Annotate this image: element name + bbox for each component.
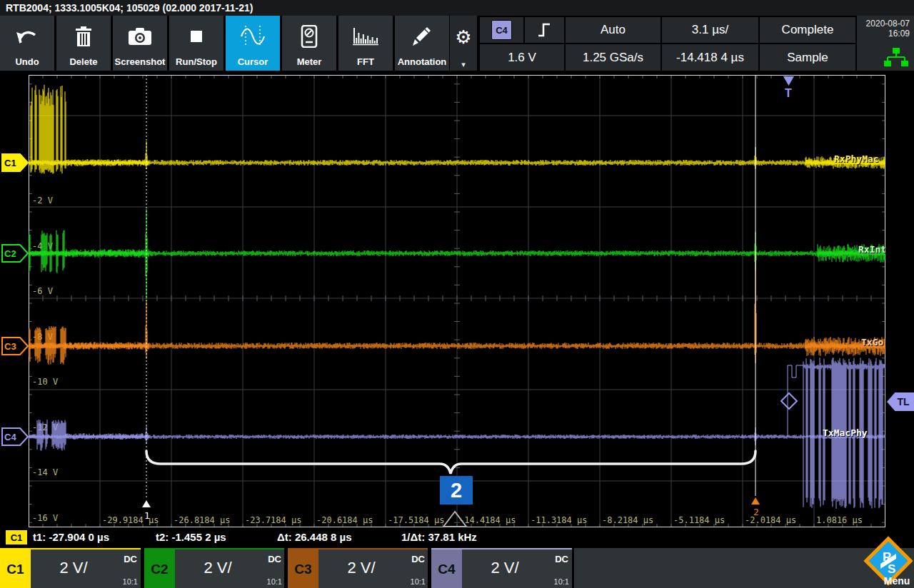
trigger-level-marker[interactable]: TL	[887, 392, 914, 411]
trace-annotation-c3: TxGo	[861, 337, 883, 348]
channel-probe-ratio: 10:1	[123, 577, 138, 586]
svg-text:-17.5184 µs: -17.5184 µs	[388, 515, 444, 525]
toolbar-button-label: Run/Stop	[169, 56, 224, 67]
sample-rate-cell[interactable]: 1.25 GSa/s	[566, 44, 661, 71]
channel-coupling: DC	[268, 554, 281, 564]
svg-text:-23.7184 µs: -23.7184 µs	[245, 515, 301, 525]
channel-probe-ratio: 10:1	[411, 577, 426, 586]
svg-text:C3: C3	[4, 341, 16, 352]
cursor-delta-t-value: Δt: 26.448 8 µs	[277, 531, 351, 543]
annotation-button[interactable]: Annotation	[395, 16, 449, 71]
lan-status-icon	[884, 48, 908, 66]
cursor-source-badge[interactable]: C1	[6, 530, 27, 544]
channel-scale-box: 2 V/DC10:1	[31, 549, 141, 588]
channel-badge: C2	[144, 549, 175, 588]
channel-scale-box: 2 V/DC10:1	[175, 549, 285, 588]
trash-icon	[56, 21, 111, 51]
gear-icon: ⚙	[450, 16, 477, 59]
stop-icon	[169, 21, 224, 51]
svg-text:C2: C2	[4, 248, 16, 259]
trigger-mode-cell[interactable]: Auto	[566, 17, 661, 43]
screenshot-button[interactable]: Screenshot	[113, 16, 167, 71]
toolbar-button-label: Screenshot	[113, 56, 167, 67]
svg-text:-26.8184 µs: -26.8184 µs	[174, 515, 230, 525]
acquisition-mode-cell[interactable]: Sample	[760, 44, 855, 71]
channel-marker-c3[interactable]: C3	[1, 337, 29, 355]
channel-marker-c1[interactable]: C1	[1, 153, 29, 172]
title-bar: RTB2004; 1333.1005K04; 105029 (02.000 20…	[0, 0, 914, 16]
device-id-text: RTB2004; 1333.1005K04; 105029 (02.000 20…	[6, 2, 253, 14]
settings-button[interactable]: ⚙ ▾	[450, 16, 477, 71]
svg-text:-6 V: -6 V	[32, 286, 53, 296]
timebase-cell[interactable]: 3.1 µs/	[662, 17, 758, 43]
cursor2-marker[interactable]	[751, 497, 760, 505]
channel-badge: C4	[431, 549, 462, 588]
cursor-results-bar: C1 t1: -27.904 0 µs t2: -1.455 2 µs Δt: …	[0, 528, 914, 548]
graticule-grid	[29, 75, 885, 527]
toolbar-button-label: Undo	[0, 56, 54, 67]
trigger-source-badge: C4	[491, 20, 512, 40]
chevron-down-icon: ▾	[450, 60, 477, 69]
trigger-event-diamond	[781, 393, 797, 409]
svg-text:-2 V: -2 V	[32, 196, 53, 206]
channel-marker-c4[interactable]: C4	[1, 427, 29, 446]
cursor-icon	[226, 21, 280, 51]
fft-button[interactable]: FFT	[338, 16, 393, 71]
channel-bar-divider	[284, 548, 288, 588]
trigger-source-cell[interactable]: C4	[480, 17, 523, 43]
channel-settings-bar: C12 V/DC10:1C22 V/DC10:1C32 V/DC10:1C42 …	[0, 548, 914, 588]
channel-probe-ratio: 10:1	[267, 577, 282, 586]
delete-button[interactable]: Delete	[56, 16, 111, 71]
channel-bar-divider	[572, 548, 574, 588]
cursor-t1-value: t1: -27.904 0 µs	[33, 531, 109, 543]
waveform-display[interactable]: -2 V-4 V-6 V-8 V-10 V-12 V-14 V-16 V-29.…	[29, 75, 885, 527]
toolbar-button-label: FFT	[338, 56, 393, 67]
datetime-cell: 2020-08-07 16:09	[857, 16, 914, 71]
channel-badge: C1	[0, 549, 31, 588]
svg-text:-11.3184 µs: -11.3184 µs	[531, 515, 587, 525]
trigger-level-cell[interactable]: 1.6 V	[480, 44, 564, 71]
trigger-time-marker[interactable]	[783, 76, 794, 86]
svg-text:-16 V: -16 V	[32, 513, 58, 523]
cursor-button[interactable]: Cursor	[226, 16, 280, 71]
svg-text:-10 V: -10 V	[32, 377, 58, 387]
pencil-icon	[395, 21, 449, 51]
time-text: 16:09	[861, 29, 910, 39]
fft-icon	[338, 21, 393, 51]
channel-probe-ratio: 10:1	[554, 577, 569, 586]
svg-text:-5.1184 µs: -5.1184 µs	[673, 515, 725, 525]
svg-text:-29.9184 µs: -29.9184 µs	[102, 515, 159, 525]
horizontal-position-cell[interactable]: -14.418 4 µs	[662, 44, 758, 71]
svg-text:S: S	[888, 562, 895, 576]
channel-scale-value: 2 V/	[462, 559, 548, 577]
run-stop-button[interactable]: Run/Stop	[169, 16, 224, 71]
cursor2-label: 2	[753, 507, 759, 517]
date-text: 2020-08-07	[861, 19, 910, 29]
svg-text:-14.4184 µs: -14.4184 µs	[459, 515, 516, 525]
rising-edge-icon	[537, 21, 553, 39]
channel-control-c4[interactable]: C42 V/DC10:1	[431, 548, 572, 588]
channel-coupling: DC	[555, 554, 568, 564]
svg-text:C4: C4	[4, 432, 16, 442]
trigger-slope-cell[interactable]	[525, 17, 564, 43]
menu-button[interactable]: Menu	[883, 575, 911, 587]
undo-button[interactable]: Undo	[0, 16, 54, 71]
channel-coupling: DC	[411, 554, 425, 564]
channel-control-c1[interactable]: C12 V/DC10:1	[0, 548, 141, 588]
trace-annotation-c2: RxInt	[858, 244, 886, 255]
toolbar-button-label: Meter	[282, 56, 336, 67]
cursor1-marker[interactable]	[142, 500, 151, 507]
time-scale-labels: -29.9184 µs-26.8184 µs-23.7184 µs-20.618…	[102, 515, 863, 525]
cursor1-label: 1	[144, 510, 150, 521]
meter-icon	[282, 21, 336, 51]
channel-scale-box: 2 V/DC10:1	[462, 549, 572, 588]
channel-control-c2[interactable]: C22 V/DC10:1	[144, 548, 285, 588]
channel-bar-divider	[428, 548, 431, 588]
camera-icon	[113, 21, 167, 51]
trace-annotation-c4: TxMacPhy	[823, 427, 868, 438]
channel-marker-c2[interactable]: C2	[1, 244, 29, 263]
toolbar-button-label: Annotation	[395, 56, 449, 67]
channel-control-c3[interactable]: C32 V/DC10:1	[288, 548, 428, 588]
acquisition-state-cell[interactable]: Complete	[760, 17, 855, 43]
meter-button[interactable]: Meter	[282, 16, 336, 71]
